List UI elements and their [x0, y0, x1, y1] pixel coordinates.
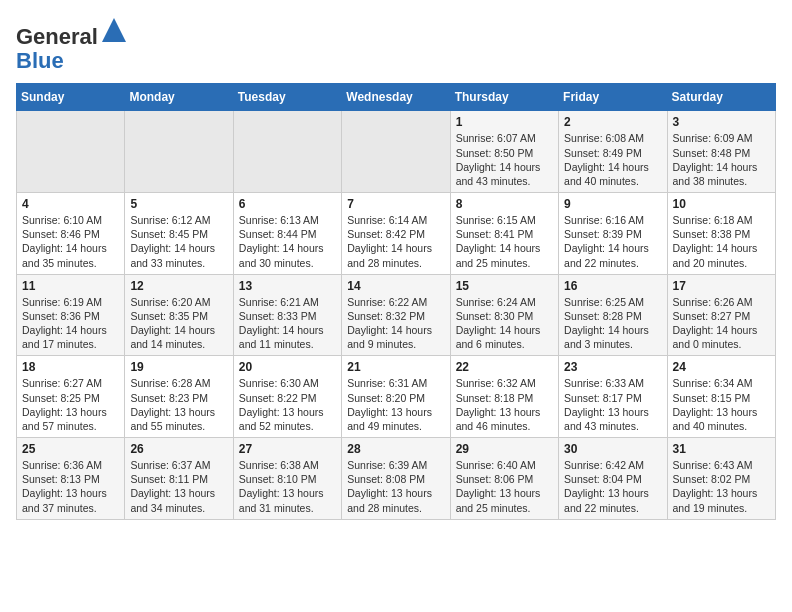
day-info: Sunrise: 6:32 AMSunset: 8:18 PMDaylight:…	[456, 376, 553, 433]
calendar-week-5: 25Sunrise: 6:36 AMSunset: 8:13 PMDayligh…	[17, 438, 776, 520]
day-number: 16	[564, 279, 661, 293]
calendar-cell: 31Sunrise: 6:43 AMSunset: 8:02 PMDayligh…	[667, 438, 775, 520]
weekday-header-row: SundayMondayTuesdayWednesdayThursdayFrid…	[17, 84, 776, 111]
logo-general: General	[16, 24, 98, 49]
day-info: Sunrise: 6:27 AMSunset: 8:25 PMDaylight:…	[22, 376, 119, 433]
day-info: Sunrise: 6:07 AMSunset: 8:50 PMDaylight:…	[456, 131, 553, 188]
day-info: Sunrise: 6:09 AMSunset: 8:48 PMDaylight:…	[673, 131, 770, 188]
calendar-cell: 12Sunrise: 6:20 AMSunset: 8:35 PMDayligh…	[125, 274, 233, 356]
day-info: Sunrise: 6:16 AMSunset: 8:39 PMDaylight:…	[564, 213, 661, 270]
day-info: Sunrise: 6:24 AMSunset: 8:30 PMDaylight:…	[456, 295, 553, 352]
day-info: Sunrise: 6:22 AMSunset: 8:32 PMDaylight:…	[347, 295, 444, 352]
calendar-cell: 7Sunrise: 6:14 AMSunset: 8:42 PMDaylight…	[342, 193, 450, 275]
day-number: 8	[456, 197, 553, 211]
day-number: 11	[22, 279, 119, 293]
calendar-cell: 17Sunrise: 6:26 AMSunset: 8:27 PMDayligh…	[667, 274, 775, 356]
day-number: 17	[673, 279, 770, 293]
day-info: Sunrise: 6:25 AMSunset: 8:28 PMDaylight:…	[564, 295, 661, 352]
logo-blue-text: Blue	[16, 49, 128, 73]
day-number: 29	[456, 442, 553, 456]
day-info: Sunrise: 6:19 AMSunset: 8:36 PMDaylight:…	[22, 295, 119, 352]
day-number: 14	[347, 279, 444, 293]
day-info: Sunrise: 6:26 AMSunset: 8:27 PMDaylight:…	[673, 295, 770, 352]
calendar-cell: 1Sunrise: 6:07 AMSunset: 8:50 PMDaylight…	[450, 111, 558, 193]
day-number: 18	[22, 360, 119, 374]
calendar-cell: 29Sunrise: 6:40 AMSunset: 8:06 PMDayligh…	[450, 438, 558, 520]
day-number: 26	[130, 442, 227, 456]
calendar-cell: 28Sunrise: 6:39 AMSunset: 8:08 PMDayligh…	[342, 438, 450, 520]
calendar-week-3: 11Sunrise: 6:19 AMSunset: 8:36 PMDayligh…	[17, 274, 776, 356]
day-info: Sunrise: 6:15 AMSunset: 8:41 PMDaylight:…	[456, 213, 553, 270]
day-number: 13	[239, 279, 336, 293]
day-info: Sunrise: 6:13 AMSunset: 8:44 PMDaylight:…	[239, 213, 336, 270]
calendar-cell: 6Sunrise: 6:13 AMSunset: 8:44 PMDaylight…	[233, 193, 341, 275]
day-info: Sunrise: 6:30 AMSunset: 8:22 PMDaylight:…	[239, 376, 336, 433]
day-number: 2	[564, 115, 661, 129]
day-info: Sunrise: 6:10 AMSunset: 8:46 PMDaylight:…	[22, 213, 119, 270]
weekday-saturday: Saturday	[667, 84, 775, 111]
day-number: 20	[239, 360, 336, 374]
calendar-cell: 19Sunrise: 6:28 AMSunset: 8:23 PMDayligh…	[125, 356, 233, 438]
calendar-week-2: 4Sunrise: 6:10 AMSunset: 8:46 PMDaylight…	[17, 193, 776, 275]
day-info: Sunrise: 6:31 AMSunset: 8:20 PMDaylight:…	[347, 376, 444, 433]
day-info: Sunrise: 6:12 AMSunset: 8:45 PMDaylight:…	[130, 213, 227, 270]
calendar-week-1: 1Sunrise: 6:07 AMSunset: 8:50 PMDaylight…	[17, 111, 776, 193]
weekday-wednesday: Wednesday	[342, 84, 450, 111]
day-number: 6	[239, 197, 336, 211]
day-info: Sunrise: 6:37 AMSunset: 8:11 PMDaylight:…	[130, 458, 227, 515]
calendar-cell: 10Sunrise: 6:18 AMSunset: 8:38 PMDayligh…	[667, 193, 775, 275]
calendar-cell	[17, 111, 125, 193]
calendar-cell: 13Sunrise: 6:21 AMSunset: 8:33 PMDayligh…	[233, 274, 341, 356]
calendar-cell: 21Sunrise: 6:31 AMSunset: 8:20 PMDayligh…	[342, 356, 450, 438]
weekday-sunday: Sunday	[17, 84, 125, 111]
calendar-cell: 14Sunrise: 6:22 AMSunset: 8:32 PMDayligh…	[342, 274, 450, 356]
day-number: 1	[456, 115, 553, 129]
day-number: 22	[456, 360, 553, 374]
calendar-cell	[342, 111, 450, 193]
day-info: Sunrise: 6:28 AMSunset: 8:23 PMDaylight:…	[130, 376, 227, 433]
calendar-cell: 27Sunrise: 6:38 AMSunset: 8:10 PMDayligh…	[233, 438, 341, 520]
day-info: Sunrise: 6:43 AMSunset: 8:02 PMDaylight:…	[673, 458, 770, 515]
calendar-cell: 20Sunrise: 6:30 AMSunset: 8:22 PMDayligh…	[233, 356, 341, 438]
calendar-cell	[233, 111, 341, 193]
day-info: Sunrise: 6:34 AMSunset: 8:15 PMDaylight:…	[673, 376, 770, 433]
day-number: 30	[564, 442, 661, 456]
calendar-cell: 30Sunrise: 6:42 AMSunset: 8:04 PMDayligh…	[559, 438, 667, 520]
calendar-cell: 15Sunrise: 6:24 AMSunset: 8:30 PMDayligh…	[450, 274, 558, 356]
calendar-cell: 2Sunrise: 6:08 AMSunset: 8:49 PMDaylight…	[559, 111, 667, 193]
day-number: 19	[130, 360, 227, 374]
logo: General Blue	[16, 16, 128, 73]
weekday-thursday: Thursday	[450, 84, 558, 111]
logo-text: General	[16, 16, 128, 49]
calendar-cell: 11Sunrise: 6:19 AMSunset: 8:36 PMDayligh…	[17, 274, 125, 356]
weekday-monday: Monday	[125, 84, 233, 111]
weekday-friday: Friday	[559, 84, 667, 111]
calendar-cell: 24Sunrise: 6:34 AMSunset: 8:15 PMDayligh…	[667, 356, 775, 438]
calendar-week-4: 18Sunrise: 6:27 AMSunset: 8:25 PMDayligh…	[17, 356, 776, 438]
calendar-cell	[125, 111, 233, 193]
day-number: 10	[673, 197, 770, 211]
day-number: 4	[22, 197, 119, 211]
day-number: 25	[22, 442, 119, 456]
day-number: 7	[347, 197, 444, 211]
logo-icon	[100, 16, 128, 44]
day-info: Sunrise: 6:14 AMSunset: 8:42 PMDaylight:…	[347, 213, 444, 270]
day-number: 9	[564, 197, 661, 211]
day-number: 31	[673, 442, 770, 456]
day-info: Sunrise: 6:40 AMSunset: 8:06 PMDaylight:…	[456, 458, 553, 515]
day-info: Sunrise: 6:08 AMSunset: 8:49 PMDaylight:…	[564, 131, 661, 188]
day-number: 27	[239, 442, 336, 456]
calendar-cell: 23Sunrise: 6:33 AMSunset: 8:17 PMDayligh…	[559, 356, 667, 438]
day-number: 15	[456, 279, 553, 293]
calendar-cell: 25Sunrise: 6:36 AMSunset: 8:13 PMDayligh…	[17, 438, 125, 520]
day-info: Sunrise: 6:21 AMSunset: 8:33 PMDaylight:…	[239, 295, 336, 352]
calendar-table: SundayMondayTuesdayWednesdayThursdayFrid…	[16, 83, 776, 519]
day-number: 3	[673, 115, 770, 129]
day-number: 5	[130, 197, 227, 211]
day-info: Sunrise: 6:33 AMSunset: 8:17 PMDaylight:…	[564, 376, 661, 433]
day-number: 12	[130, 279, 227, 293]
calendar-cell: 26Sunrise: 6:37 AMSunset: 8:11 PMDayligh…	[125, 438, 233, 520]
day-info: Sunrise: 6:38 AMSunset: 8:10 PMDaylight:…	[239, 458, 336, 515]
calendar-cell: 5Sunrise: 6:12 AMSunset: 8:45 PMDaylight…	[125, 193, 233, 275]
calendar-cell: 18Sunrise: 6:27 AMSunset: 8:25 PMDayligh…	[17, 356, 125, 438]
